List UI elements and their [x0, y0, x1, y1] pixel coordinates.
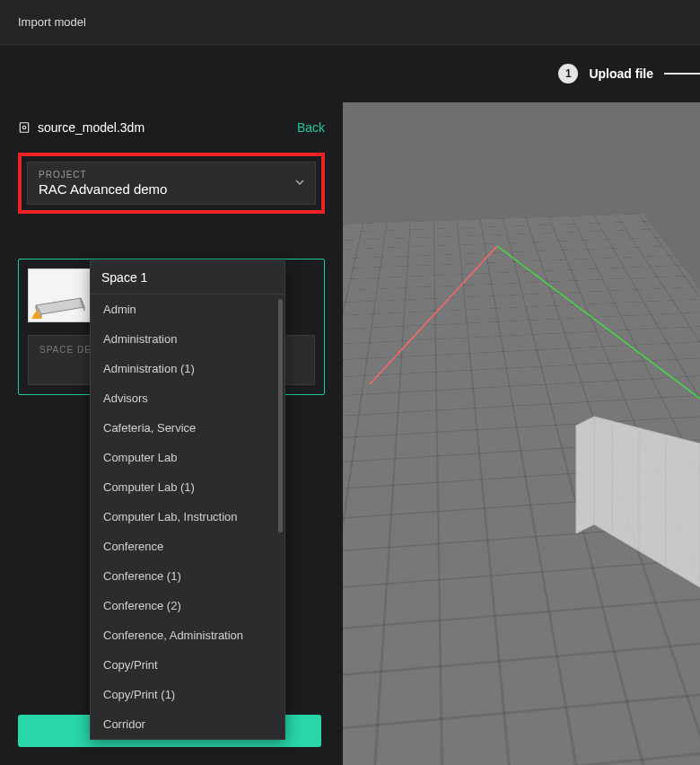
autocomplete-option[interactable]: Conference	[91, 532, 284, 561]
file-name-row: source_model.3dm	[18, 120, 144, 135]
viewport-3d[interactable]	[343, 102, 700, 765]
autocomplete-option[interactable]: Computer Lab (1)	[91, 472, 284, 502]
autocomplete-option[interactable]: Conference (1)	[91, 561, 284, 591]
step-connector-line	[664, 73, 700, 75]
autocomplete-option[interactable]: Administration (1)	[91, 354, 284, 383]
titlebar: Import model	[0, 0, 700, 45]
file-header: source_model.3dm Back	[18, 120, 325, 135]
autocomplete-option[interactable]: Computer Lab	[91, 443, 284, 472]
scrollbar-thumb[interactable]	[278, 299, 283, 532]
autocomplete-option[interactable]: Cafeteria, Service	[91, 413, 284, 443]
back-link[interactable]: Back	[297, 120, 325, 135]
autocomplete-option[interactable]: Advisors	[91, 383, 284, 413]
file-name: source_model.3dm	[38, 120, 144, 135]
step-label: Upload file	[589, 66, 653, 81]
autocomplete-list[interactable]: AdminAdministrationAdministration (1)Adv…	[91, 295, 284, 739]
autocomplete-option[interactable]: Administration	[91, 324, 284, 354]
autocomplete-option[interactable]: Conference (2)	[91, 591, 284, 620]
step-number-badge: 1	[558, 64, 578, 84]
project-select-value: RAC Advanced demo	[39, 181, 304, 197]
scrollbar[interactable]	[278, 299, 283, 737]
file-icon	[18, 121, 31, 134]
autocomplete-option[interactable]: Admin	[91, 295, 284, 324]
warning-icon	[31, 310, 42, 319]
svg-rect-0	[20, 123, 28, 133]
project-select-label: PROJECT	[39, 170, 304, 180]
autocomplete-option[interactable]: Copy/Print (1)	[91, 680, 284, 709]
autocomplete-option[interactable]: Corridor	[91, 709, 284, 739]
space-thumbnail[interactable]	[28, 268, 91, 322]
autocomplete-option[interactable]: Computer Lab, Instruction	[91, 502, 284, 532]
stepper: 1 Upload file	[0, 45, 700, 102]
project-select-highlight: PROJECT RAC Advanced demo	[18, 153, 325, 214]
page-title: Import model	[18, 15, 86, 29]
space-name-autocomplete: AdminAdministrationAdministration (1)Adv…	[90, 260, 285, 740]
svg-marker-2	[36, 298, 84, 314]
grid-floor	[343, 214, 700, 765]
svg-point-1	[22, 126, 26, 129]
project-select[interactable]: PROJECT RAC Advanced demo	[27, 162, 316, 205]
autocomplete-option[interactable]: Copy/Print	[91, 650, 284, 680]
autocomplete-option[interactable]: Conference, Administration	[91, 620, 284, 650]
space-name-input[interactable]	[91, 261, 284, 295]
chevron-down-icon	[295, 177, 304, 189]
